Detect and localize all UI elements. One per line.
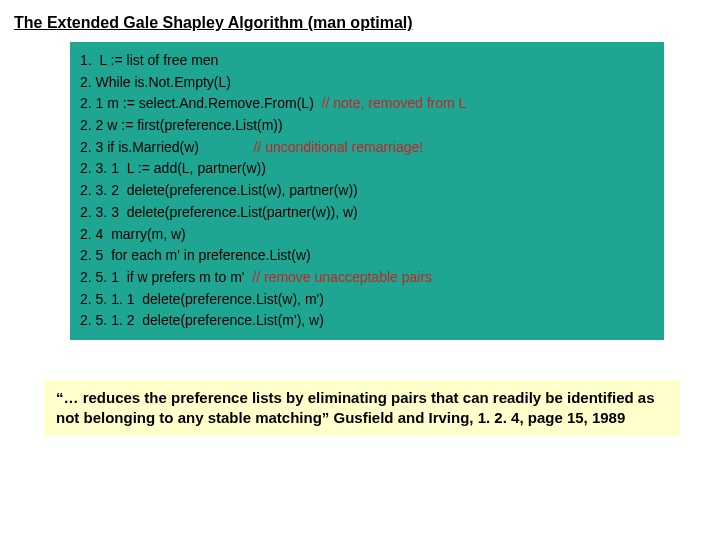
code-line: 2. 3. 1 L := add(L, partner(w)): [80, 158, 654, 180]
code-line: 2. 5. 1. 1 delete(preference.List(w), m'…: [80, 289, 654, 311]
code-comment: // remove unacceptable pairs: [252, 269, 432, 285]
slide-title: The Extended Gale Shapley Algorithm (man…: [14, 14, 706, 32]
code-line: 2. 3. 3 delete(preference.List(partner(w…: [80, 202, 654, 224]
code-line: 2. 5. 1. 2 delete(preference.List(m'), w…: [80, 310, 654, 332]
code-line: 2. 4 marry(m, w): [80, 224, 654, 246]
code-comment: // unconditional remarriage!: [253, 139, 423, 155]
code-line: 1. L := list of free men: [80, 50, 654, 72]
algorithm-box: 1. L := list of free men 2. While is.Not…: [70, 42, 664, 340]
code-text: 2. 5. 1 if w prefers m to m': [80, 269, 252, 285]
quote-box: “… reduces the preference lists by elimi…: [44, 380, 680, 437]
code-line: 2. 3. 2 delete(preference.List(w), partn…: [80, 180, 654, 202]
code-text: 2. 1 m := select.And.Remove.From(L): [80, 95, 322, 111]
code-line: 2. While is.Not.Empty(L): [80, 72, 654, 94]
code-line: 2. 5. 1 if w prefers m to m' // remove u…: [80, 267, 654, 289]
code-line: 2. 3 if is.Married(w) // unconditional r…: [80, 137, 654, 159]
code-comment: // note, removed from L: [322, 95, 467, 111]
code-line: 2. 5 for each m' in preference.List(w): [80, 245, 654, 267]
slide: The Extended Gale Shapley Algorithm (man…: [0, 0, 720, 540]
code-text: 2. 3 if is.Married(w): [80, 139, 253, 155]
code-line: 2. 2 w := first(preference.List(m)): [80, 115, 654, 137]
code-line: 2. 1 m := select.And.Remove.From(L) // n…: [80, 93, 654, 115]
